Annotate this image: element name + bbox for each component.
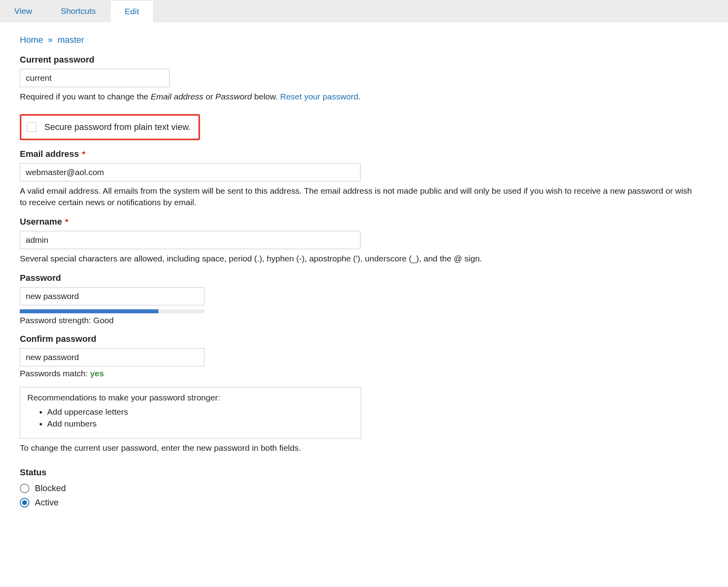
username-label: Username * bbox=[20, 217, 708, 227]
breadcrumb-home[interactable]: Home bbox=[20, 35, 43, 45]
password-strength-fill bbox=[20, 309, 158, 313]
password-strength-bar bbox=[20, 309, 204, 313]
password-match-value: yes bbox=[90, 369, 104, 378]
email-help: A valid email address. All emails from t… bbox=[20, 185, 701, 208]
password-strength-value: Good bbox=[93, 316, 114, 325]
status-radio-blocked-label[interactable]: Blocked bbox=[35, 483, 66, 494]
confirm-password-input[interactable] bbox=[20, 348, 204, 366]
secure-password-highlight: Secure password from plain text view. bbox=[20, 114, 200, 140]
password-recommendations: Recommendations to make your password st… bbox=[20, 387, 361, 438]
breadcrumb: Home » master bbox=[20, 35, 708, 45]
status-group: Blocked Active bbox=[20, 483, 708, 508]
tab-edit[interactable]: Edit bbox=[110, 0, 154, 22]
email-input[interactable] bbox=[20, 163, 360, 181]
password-input[interactable] bbox=[20, 287, 204, 305]
password-label: Password bbox=[20, 273, 708, 283]
tab-bar: View Shortcuts Edit bbox=[0, 0, 728, 22]
status-option-blocked: Blocked bbox=[20, 483, 708, 494]
username-input[interactable] bbox=[20, 231, 360, 249]
status-radio-active-label[interactable]: Active bbox=[35, 497, 59, 508]
email-label: Email address * bbox=[20, 149, 708, 159]
status-label: Status bbox=[20, 467, 708, 478]
username-help: Several special characters are allowed, … bbox=[20, 253, 701, 264]
content: Home » master Current password Required … bbox=[0, 22, 728, 528]
current-password-help: Required if you want to change the Email… bbox=[20, 91, 701, 102]
help-em-password: Password bbox=[215, 92, 252, 101]
required-icon: * bbox=[65, 217, 69, 226]
password-footer-help: To change the current user password, ent… bbox=[20, 442, 701, 454]
help-em-email: Email address bbox=[151, 92, 203, 101]
status-option-active: Active bbox=[20, 497, 708, 508]
secure-password-checkbox-label[interactable]: Secure password from plain text view. bbox=[44, 122, 191, 132]
tab-shortcuts[interactable]: Shortcuts bbox=[46, 0, 110, 22]
confirm-password-label: Confirm password bbox=[20, 334, 708, 344]
password-match-prefix: Passwords match: bbox=[20, 369, 90, 378]
help-text-suffix: below. bbox=[252, 92, 280, 101]
current-password-input[interactable] bbox=[20, 69, 170, 87]
help-text-mid: or bbox=[203, 92, 215, 101]
recommendations-title: Recommendations to make your password st… bbox=[27, 393, 354, 402]
list-item: Add numbers bbox=[47, 419, 354, 429]
email-label-text: Email address bbox=[20, 149, 79, 159]
help-period: . bbox=[358, 92, 360, 101]
list-item: Add uppercase letters bbox=[47, 407, 354, 417]
tab-view[interactable]: View bbox=[0, 0, 46, 22]
required-icon: * bbox=[82, 150, 85, 158]
password-strength-prefix: Password strength: bbox=[20, 316, 93, 325]
help-text: Required if you want to change the bbox=[20, 92, 151, 101]
status-radio-active[interactable] bbox=[20, 498, 29, 507]
breadcrumb-current[interactable]: master bbox=[57, 35, 84, 45]
reset-password-link[interactable]: Reset your password bbox=[280, 92, 358, 101]
breadcrumb-sep: » bbox=[46, 35, 55, 45]
password-match-label: Passwords match: yes bbox=[20, 369, 708, 378]
secure-password-checkbox[interactable] bbox=[27, 122, 36, 132]
current-password-label: Current password bbox=[20, 55, 708, 65]
username-label-text: Username bbox=[20, 217, 62, 227]
recommendations-list: Add uppercase letters Add numbers bbox=[47, 407, 354, 429]
password-strength-label: Password strength: Good bbox=[20, 316, 708, 325]
status-radio-blocked[interactable] bbox=[20, 484, 29, 493]
